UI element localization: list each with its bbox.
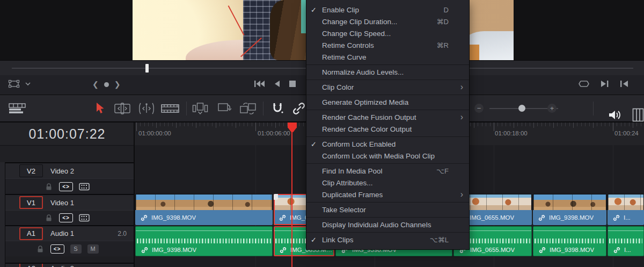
menu-item-clip-attributes[interactable]: Clip Attributes... (306, 177, 469, 189)
replace-clip-icon[interactable] (239, 95, 258, 121)
current-frame-dot-icon[interactable] (104, 82, 109, 87)
clip-label: I... (624, 214, 631, 221)
skip-to-start-icon[interactable] (253, 80, 265, 88)
film-frame-icon[interactable] (79, 183, 90, 191)
submenu-arrow-icon: › (460, 113, 463, 121)
menu-separator (306, 217, 469, 218)
submenu-arrow-icon: › (460, 190, 463, 199)
menu-item-conform-lock-with-media-pool-clip[interactable]: Conform Lock with Media Pool Clip (306, 150, 469, 162)
ruler-timecode-label: 01:00:00:00 (138, 130, 171, 136)
menu-item-render-cache-color-output[interactable]: Render Cache Color Output (306, 123, 469, 135)
menu-item-shortcut: D (444, 6, 449, 14)
menu-item-retime-curve[interactable]: Retime Curve (306, 51, 469, 63)
volume-automation-line[interactable] (136, 230, 272, 231)
volume-automation-line[interactable] (533, 230, 606, 231)
overwrite-clip-icon[interactable] (217, 95, 233, 121)
video-clip-img-9398-mov[interactable]: IMG_9398.MOV (135, 194, 273, 225)
stop-icon[interactable] (289, 80, 296, 88)
dynamic-trim-mode-icon[interactable] (137, 95, 156, 121)
menu-item-label: Take Selector (322, 206, 463, 214)
insert-clip-icon[interactable] (192, 95, 208, 121)
context-menu: ✓Enable ClipDChange Clip Duration...⌘DCh… (306, 0, 470, 250)
track-header-a2[interactable]: A2 Audio 2 (0, 263, 134, 267)
audio-waveform (609, 239, 642, 243)
menu-item-normalize-audio-levels[interactable]: Normalize Audio Levels... (306, 66, 469, 78)
selection-tool-icon[interactable] (94, 95, 105, 121)
menu-separator (306, 163, 469, 164)
track-badge-v2[interactable]: V2 (19, 164, 43, 177)
clip-label: IMG_9398.MOV (152, 247, 196, 253)
track-header-gap (0, 145, 134, 162)
next-marker-icon[interactable]: ❯ (114, 80, 121, 89)
video-clip-img-9398-mov[interactable]: IMG_9398.MOV (533, 194, 606, 225)
audio-waveform (535, 239, 605, 243)
checkmark-icon: ✓ (311, 140, 322, 148)
ruler-timecode-label: 01:00:18:00 (495, 130, 528, 136)
checkmark-icon: ✓ (311, 236, 322, 244)
linked-selection-icon[interactable] (292, 95, 306, 121)
menu-item-label: Change Clip Speed... (322, 30, 463, 38)
menu-item-render-cache-fusion-output[interactable]: Render Cache Fusion Output› (306, 111, 469, 123)
menu-item-label: Change Clip Duration... (322, 18, 437, 26)
skip-to-end-icon[interactable] (619, 80, 629, 88)
davinci-resolve-edit-page: ❮ ❯ (0, 0, 644, 267)
trim-edit-mode-icon[interactable] (114, 95, 131, 121)
menu-item-label: Retime Controls (322, 41, 437, 49)
menu-item-link-clips[interactable]: ✓Link Clips⌥⌘L (306, 234, 469, 246)
menu-item-duplicated-frames[interactable]: Duplicated Frames› (306, 189, 469, 200)
track-header-v2[interactable]: V2 Video 2 (0, 162, 134, 178)
loop-icon[interactable] (577, 80, 590, 88)
menu-separator (306, 232, 469, 233)
clip-name-bar: IMG_9398.MOV (533, 210, 606, 225)
prev-marker-icon[interactable]: ❮ (92, 80, 99, 89)
clip-label: IMG_9398.MOV (550, 247, 594, 253)
track-name-a2[interactable]: Audio 2 (50, 264, 134, 267)
video-clip-i[interactable]: I... (608, 194, 644, 225)
toolbar-divider (593, 102, 594, 116)
clip-thumbnails (608, 194, 644, 210)
razor-edit-mode-icon[interactable] (161, 95, 179, 121)
zoom-slider-thumb[interactable] (518, 105, 525, 112)
auto-select-icon[interactable]: <> (59, 182, 73, 191)
menu-item-change-clip-speed[interactable]: Change Clip Speed... (306, 27, 469, 39)
menu-item-change-clip-duration[interactable]: Change Clip Duration...⌘D (306, 16, 469, 27)
audio-clip-img-9398-mov[interactable]: IMG_9398.MOV (135, 226, 273, 256)
menu-item-conform-lock-enabled[interactable]: ✓Conform Lock Enabled (306, 138, 469, 150)
menu-item-label: Render Cache Fusion Output (322, 113, 463, 121)
menu-item-take-selector[interactable]: Take Selector (306, 204, 469, 215)
menu-item-clip-color[interactable]: Clip Color› (306, 81, 469, 93)
audio-clip-img-9398-mov[interactable]: IMG_9398.MOV (533, 226, 606, 256)
menu-item-label: Retime Curve (322, 53, 463, 61)
zoom-in-button[interactable]: + (547, 104, 557, 113)
submenu-arrow-icon: › (460, 83, 463, 91)
menu-item-label: Find In Media Pool (322, 167, 436, 175)
link-icon (280, 247, 287, 254)
menu-separator (306, 80, 469, 80)
menu-item-generate-optimized-media[interactable]: Generate Optimized Media (306, 96, 469, 108)
audio-clip-i[interactable]: I... (608, 226, 644, 256)
menu-item-label: Clip Attributes... (322, 179, 463, 187)
step-forward-icon[interactable] (600, 80, 610, 88)
lock-icon[interactable] (45, 183, 53, 191)
menu-item-label: Enable Clip (322, 6, 444, 14)
transform-icon[interactable] (8, 79, 20, 89)
menu-item-label: Generate Optimized Media (322, 98, 463, 106)
zoom-out-button[interactable]: − (474, 104, 484, 113)
menu-item-find-in-media-pool[interactable]: Find In Media Pool⌥F (306, 165, 469, 177)
checkmark-icon: ✓ (311, 6, 322, 14)
track-badge-a2[interactable]: A2 (19, 263, 43, 267)
snapping-magnet-icon[interactable] (270, 95, 284, 121)
menu-item-retime-controls[interactable]: Retime Controls⌘R (306, 39, 469, 51)
timeline-view-options-icon[interactable] (9, 95, 26, 121)
menu-separator (306, 95, 469, 95)
link-icon (539, 247, 546, 254)
play-reverse-icon[interactable] (273, 80, 281, 88)
clip-name-bar: IMG_9398.MOV (533, 244, 606, 256)
volume-automation-line[interactable] (608, 230, 643, 231)
scrub-playhead[interactable] (145, 64, 149, 73)
menu-item-display-individual-audio-channels[interactable]: Display Individual Audio Channels (306, 219, 469, 230)
clip-marker[interactable] (274, 194, 278, 200)
track-name-v2[interactable]: Video 2 (50, 167, 134, 175)
menu-item-enable-clip[interactable]: ✓Enable ClipD (306, 4, 469, 16)
chevron-down-icon[interactable] (25, 82, 31, 86)
